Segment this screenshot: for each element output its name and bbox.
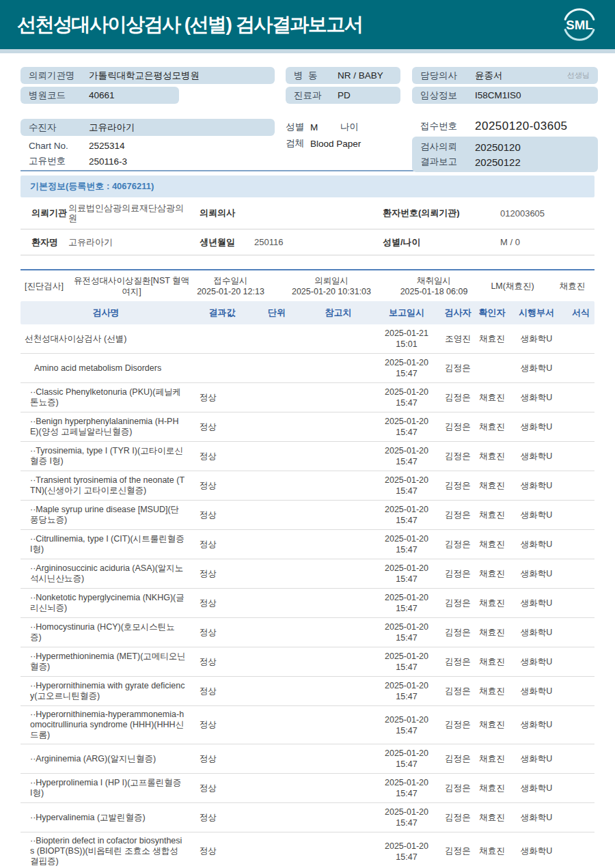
result-cell: 정상 [191, 812, 253, 824]
tester-cell: 김정은 [437, 568, 478, 580]
field-label: 수진자 [29, 122, 89, 134]
department-cell: 생화학U [506, 480, 567, 492]
column-header-form: 서식 [567, 307, 594, 319]
field-label: 결과보고 [420, 156, 475, 168]
checker-cell: 채효진 [478, 845, 506, 857]
basic-value: 250116 [254, 237, 383, 247]
report-date-cell: 2025-01-2015:47 [376, 841, 437, 863]
test-name-cell: ··Biopterin defect in cofactor biosynthe… [20, 836, 191, 867]
checker-cell: 채효진 [478, 812, 506, 824]
table-row: ··Hypervalinemia (고발린혈증)정상2025-01-2015:4… [20, 803, 594, 832]
report-date-cell: 2025-01-2115:01 [376, 328, 437, 350]
order-tag: [진단검사] [20, 281, 72, 292]
report-page: 선천성대사이상검사 (선별) 검사결과보고서 SML 의뢰기관명 가톨릭대학교은… [0, 0, 615, 868]
checker-cell: 채효진 [478, 656, 506, 668]
table-row: ··Hypermethioninemia (MET)(고메티오닌혈증)정상202… [20, 647, 594, 677]
test-name-cell: ··Citrullinemia, type I (CIT)(시트룰린혈증 I형) [20, 534, 191, 555]
checker-cell: 채효진 [478, 568, 506, 580]
field-hospital-code: 병원코드 40661 [20, 87, 179, 104]
checker-cell: 채효진 [478, 783, 506, 794]
report-date-cell: 2025-01-2015:47 [376, 748, 437, 770]
field-label: 병원코드 [29, 89, 89, 102]
field-ward: 병 동 NR / BABY [286, 67, 400, 84]
report-date-cell: 2025-01-2015:47 [376, 651, 437, 673]
order-lab: LM(채효진) [475, 281, 550, 292]
tester-cell: 김정은 [437, 686, 478, 697]
department-cell: 생화학U [506, 686, 567, 697]
info-column-left: 의뢰기관명 가톨릭대학교은평성모병원 병원코드 40661 수진자 고유라아기 … [20, 67, 275, 169]
checker-cell: 채효진 [478, 333, 506, 345]
order-time-label: 의뢰일시 [314, 276, 348, 285]
results-table-body: 선천성대사이상검사 (선별)2025-01-2115:01조영진채효진생화학UA… [20, 324, 594, 868]
report-date-cell: 2025-01-2015:47 [376, 621, 437, 643]
tester-cell: 김정은 [437, 480, 478, 492]
department-cell: 생화학U [506, 421, 567, 433]
department-cell: 생화학U [506, 627, 567, 639]
info-column-middle: 병 동 NR / BABY 진료과 PD 성별 M 나이 검체 Blood Pa… [286, 67, 400, 152]
basic-info-section: 기본정보(등록번호 : 40676211) 의뢰기관 의료법인삼광의료재단삼광의… [20, 170, 594, 255]
report-banner: 선천성대사이상검사 (선별) 검사결과보고서 SML [0, 0, 615, 49]
table-row: ··Transient tyrosinemia of the neonate (… [20, 471, 594, 501]
department-cell: 생화학U [506, 363, 567, 374]
order-time-label: 접수일시 [214, 276, 248, 285]
table-row: ··Biopterin defect in cofactor biosynthe… [20, 832, 594, 868]
field-value: PD [338, 90, 351, 100]
report-date-cell: 2025-01-2015:47 [376, 563, 437, 585]
field-request-date: 검사의뢰 20250120 [420, 139, 590, 154]
basic-info-title: 기본정보(등록번호 : 40676211) [20, 176, 594, 197]
test-name-cell: ··Classic Phenylketonuria (PKU)(페닐케톤뇨증) [20, 387, 191, 408]
sml-logo: SML [560, 5, 599, 44]
tester-cell: 김정은 [437, 509, 478, 521]
test-name-cell: ··Transient tyrosinemia of the neonate (… [20, 475, 191, 496]
test-name-cell: ··Argininosuccinic aciduria (ASA)(알지노석시닌… [20, 563, 191, 584]
test-name-cell: ··Argininemia (ARG)(알지닌혈증) [20, 754, 191, 764]
basic-label: 환자명 [20, 236, 68, 249]
report-date-cell: 2025-01-2015:47 [376, 680, 437, 702]
department-cell: 생화학U [506, 845, 567, 857]
result-cell: 정상 [191, 451, 253, 462]
field-patient-name: 수진자 고유라아기 [20, 119, 275, 136]
result-cell: 정상 [191, 539, 253, 550]
field-label: Chart No. [29, 141, 89, 151]
tester-cell: 조영진 [437, 333, 478, 345]
field-clinical-info: 임상정보 I58CM1IS0 [412, 87, 598, 104]
field-label: 고유번호 [29, 155, 89, 167]
tester-cell: 김정은 [437, 812, 478, 824]
test-name-cell: ··Hypervalinemia (고발린혈증) [20, 813, 191, 823]
order-collector: 채효진 [550, 281, 594, 292]
field-request-report-dates: 검사의뢰 20250120 결과보고 20250122 [412, 137, 598, 172]
basic-value: 고유라아기 [68, 237, 200, 247]
table-row: ··Classic Phenylketonuria (PKU)(페닐케톤뇨증)정… [20, 383, 594, 412]
report-date-cell: 2025-01-2015:47 [376, 777, 437, 799]
field-value: 250116-3 [89, 156, 127, 167]
result-cell: 정상 [191, 480, 253, 492]
order-request-time: 의뢰일시 2025-01-20 10:31:03 [270, 275, 393, 297]
table-row: ··Hyperornithinemia with gyrate deficien… [20, 677, 594, 706]
field-label: 성별 [286, 121, 310, 133]
test-name-cell: ··Hypermethioninemia (MET)(고메티오닌혈증) [20, 652, 191, 672]
field-sex-age: 성별 M 나이 [286, 119, 400, 135]
report-date-cell: 2025-01-2015:47 [376, 445, 437, 467]
checker-cell: 채효진 [478, 480, 506, 492]
table-row: ··Tyrosinemia, type I (TYR I)(고타이로신혈증 I형… [20, 442, 594, 471]
department-cell: 생화학U [506, 812, 567, 824]
field-value: NR / BABY [338, 70, 383, 81]
field-label: 담당의사 [420, 70, 475, 82]
department-cell: 생화학U [506, 333, 567, 345]
report-date-cell: 2025-01-2015:47 [376, 592, 437, 614]
order-time-value: 2025-01-18 06:09 [400, 287, 468, 296]
tester-cell: 김정은 [437, 656, 478, 668]
test-name-cell: Amino acid metabolism Disorders [20, 363, 191, 374]
tester-cell: 김정은 [437, 627, 478, 639]
field-referring-org: 의뢰기관명 가톨릭대학교은평성모병원 [20, 67, 275, 84]
results-table-header: 검사명 결과값 단위 참고치 보고일시 검사자 확인자 시행부서 서식 [20, 301, 594, 324]
result-cell: 정상 [191, 568, 253, 580]
report-date-cell: 2025-01-2015:47 [376, 807, 437, 828]
department-cell: 생화학U [506, 656, 567, 668]
tester-cell: 김정은 [437, 421, 478, 433]
tester-cell: 김정은 [437, 719, 478, 731]
test-name-cell: ··Nonketotic hyperglycinemia (NKHG)(글리신뇌… [20, 593, 191, 613]
sml-logo-icon: SML [560, 5, 599, 44]
field-label: 나이 [340, 121, 359, 133]
result-cell: 정상 [191, 392, 253, 404]
